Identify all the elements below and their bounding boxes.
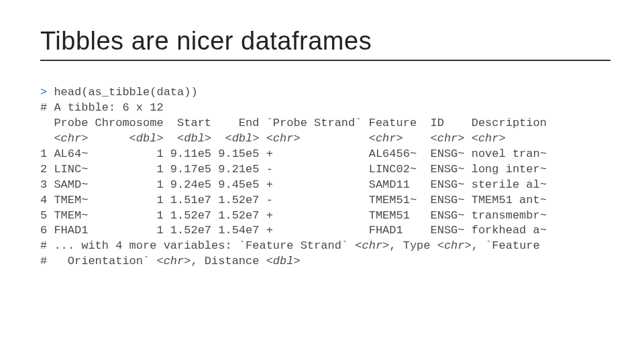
tibble-footer-line: # Orientation` <chr>, Distance <dbl> — [40, 255, 301, 267]
slide-title: Tibbles are nicer dataframes — [40, 27, 610, 61]
r-console-output: > head(as_tibble(data)) # A tibble: 6 x … — [40, 85, 610, 269]
table-row: 3 SAMD~ 1 9.24e5 9.45e5 + SAMD11 ENSG~ s… — [40, 178, 547, 191]
table-row: 1 AL64~ 1 9.11e5 9.15e5 + AL6456~ ENSG~ … — [40, 147, 547, 160]
tibble-header-hash: # — [40, 101, 47, 114]
table-row: 4 TMEM~ 1 1.51e7 1.52e7 - TMEM51~ ENSG~ … — [40, 194, 547, 206]
tibble-dim: A tibble: 6 x 12 — [54, 101, 163, 114]
console-command: head(as_tibble(data)) — [54, 86, 197, 99]
console-prompt: > — [40, 86, 47, 99]
table-row: 5 TMEM~ 1 1.52e7 1.52e7 + TMEM51 ENSG~ t… — [40, 209, 547, 222]
column-types: <chr> <dbl> <dbl> <dbl> <chr> <chr> <chr… — [40, 132, 506, 145]
table-row: 6 FHAD1 1 1.52e7 1.54e7 + FHAD1 ENSG~ fo… — [40, 224, 547, 237]
table-row: 2 LINC~ 1 9.17e5 9.21e5 - LINC02~ ENSG~ … — [40, 163, 547, 176]
tibble-footer-line: # ... with 4 more variables: `Feature St… — [40, 239, 540, 252]
slide: Tibbles are nicer dataframes > head(as_t… — [0, 0, 644, 269]
column-headers: Probe Chromosome Start End `Probe Strand… — [40, 117, 547, 129]
